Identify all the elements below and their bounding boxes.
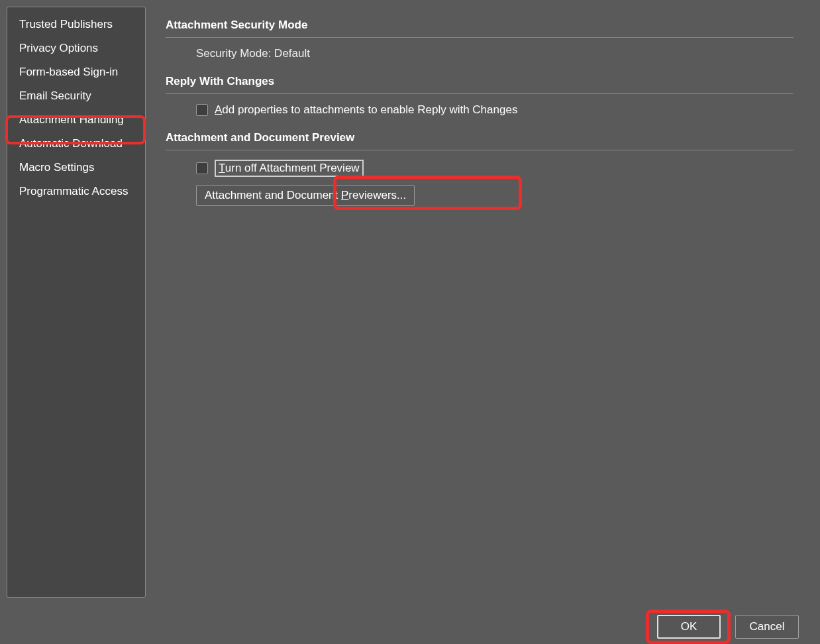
sidebar-item-attachment-handling[interactable]: Attachment Handling — [7, 108, 145, 132]
section-header-reply-changes: Reply With Changes — [166, 75, 794, 88]
sidebar-item-form-signin[interactable]: Form-based Sign-in — [7, 60, 145, 84]
dialog-footer: OK Cancel — [657, 615, 799, 639]
ok-button[interactable]: OK — [657, 615, 721, 639]
divider — [166, 37, 794, 38]
checkbox-icon[interactable] — [196, 104, 208, 116]
sidebar-item-programmatic-access[interactable]: Programmatic Access — [7, 180, 145, 203]
sidebar-item-macro-settings[interactable]: Macro Settings — [7, 156, 145, 180]
divider — [166, 150, 794, 150]
previewers-button[interactable]: Attachment and Document Previewers... — [196, 185, 415, 206]
sidebar-item-email-security[interactable]: Email Security — [7, 84, 145, 108]
checkbox-label-turn-off-preview: Turn off Attachment Preview — [215, 160, 364, 177]
checkbox-row-reply-changes[interactable]: Add properties to attachments to enable … — [196, 103, 794, 117]
security-mode-status: Security Mode: Default — [196, 47, 794, 60]
divider — [166, 93, 794, 94]
sidebar-item-trusted-publishers[interactable]: Trusted Publishers — [7, 13, 145, 36]
sidebar-nav: Trusted Publishers Privacy Options Form-… — [7, 7, 146, 598]
checkbox-row-turn-off-preview[interactable]: Turn off Attachment Preview — [196, 160, 794, 177]
checkbox-label-reply-changes: Add properties to attachments to enable … — [215, 103, 517, 117]
checkbox-icon[interactable] — [196, 162, 208, 174]
section-header-security-mode: Attachment Security Mode — [166, 19, 794, 32]
sidebar-item-privacy-options[interactable]: Privacy Options — [7, 36, 145, 60]
section-header-preview: Attachment and Document Preview — [166, 131, 794, 144]
sidebar-item-automatic-download[interactable]: Automatic Download — [7, 132, 145, 156]
cancel-button[interactable]: Cancel — [735, 615, 799, 639]
main-panel: Attachment Security Mode Security Mode: … — [146, 7, 813, 598]
